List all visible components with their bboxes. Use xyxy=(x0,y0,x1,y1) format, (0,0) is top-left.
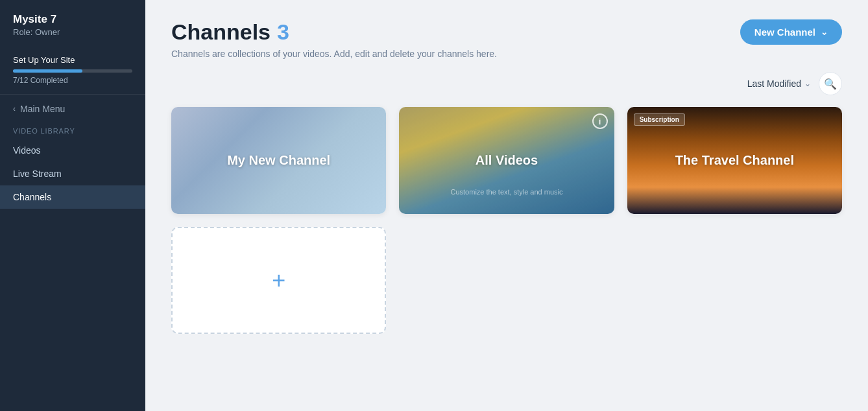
main-content: Channels 3 Channels are collections of y… xyxy=(145,0,868,411)
main-menu-button[interactable]: ‹ Main Menu xyxy=(13,104,65,114)
main-menu-section: ‹ Main Menu xyxy=(0,95,145,121)
page-subtitle: Channels are collections of your videos.… xyxy=(171,49,497,59)
page-header: Channels 3 Channels are collections of y… xyxy=(171,19,842,59)
toolbar-row: Last Modified ⌄ 🔍 xyxy=(171,72,842,95)
channel-name-all-videos: All Videos xyxy=(476,153,538,168)
all-videos-sub-text: Customize the text, style and music xyxy=(450,188,562,196)
channel-name-my-new: My New Channel xyxy=(227,153,330,168)
progress-bar-fill xyxy=(13,69,82,73)
sidebar-item-channels[interactable]: Channels xyxy=(0,185,145,209)
setup-section: Set Up Your Site 7/12 Completed xyxy=(0,47,145,95)
add-new-channel-card[interactable]: + xyxy=(171,227,386,334)
channel-card-inner-all-videos: i All Videos Customize the text, style a… xyxy=(399,107,614,214)
new-channel-label: New Channel xyxy=(754,27,815,38)
main-menu-label: Main Menu xyxy=(20,104,65,114)
channel-card-my-new-channel[interactable]: My New Channel xyxy=(171,107,386,214)
site-info: Mysite 7 Role: Owner xyxy=(0,0,145,47)
channel-card-inner-travel: Subscription The Travel Channel xyxy=(627,107,842,214)
channels-count: 3 xyxy=(277,19,289,45)
info-icon: i xyxy=(592,113,608,129)
channels-grid: My New Channel i All Videos Customize th… xyxy=(171,107,842,334)
video-library-label: Video Library xyxy=(0,121,145,139)
progress-bar-bg xyxy=(13,69,132,73)
page-title-area: Channels 3 Channels are collections of y… xyxy=(171,19,497,59)
sort-label: Last Modified xyxy=(747,78,801,89)
page-title: Channels 3 xyxy=(171,19,497,45)
sidebar-item-videos[interactable]: Videos xyxy=(0,139,145,162)
site-name: Mysite 7 xyxy=(13,13,132,26)
channel-name-travel: The Travel Channel xyxy=(675,153,794,168)
subscription-badge: Subscription xyxy=(634,113,685,126)
channels-title-text: Channels xyxy=(171,19,271,45)
sidebar: Mysite 7 Role: Owner Set Up Your Site 7/… xyxy=(0,0,145,411)
site-role: Role: Owner xyxy=(13,27,132,37)
progress-label: 7/12 Completed xyxy=(13,76,132,85)
new-channel-chevron-icon: ⌄ xyxy=(821,27,828,37)
sort-dropdown[interactable]: Last Modified ⌄ xyxy=(747,78,811,89)
search-button[interactable]: 🔍 xyxy=(819,72,842,95)
sort-chevron-icon: ⌄ xyxy=(804,79,811,88)
sidebar-item-live-stream[interactable]: Live Stream xyxy=(0,162,145,185)
new-channel-button[interactable]: New Channel ⌄ xyxy=(740,19,842,45)
chevron-left-icon: ‹ xyxy=(13,104,16,113)
channel-card-travel[interactable]: Subscription The Travel Channel xyxy=(627,107,842,214)
channel-card-all-videos[interactable]: i All Videos Customize the text, style a… xyxy=(399,107,614,214)
search-icon: 🔍 xyxy=(824,78,837,90)
setup-label: Set Up Your Site xyxy=(13,55,132,65)
channel-card-inner-my-new: My New Channel xyxy=(171,107,386,214)
add-icon: + xyxy=(272,269,285,292)
